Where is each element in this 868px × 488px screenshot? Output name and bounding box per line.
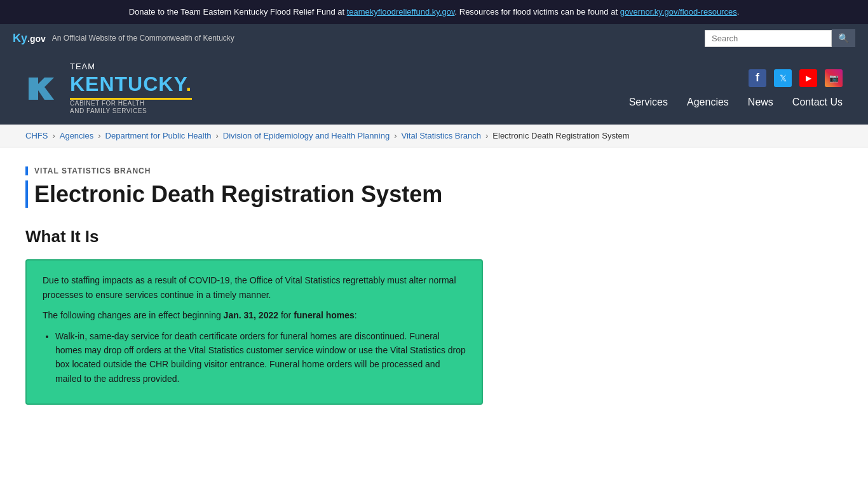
cabinet-line2: AND FAMILY SERVICES (70, 107, 192, 115)
twitter-icon[interactable]: 𝕏 (774, 69, 792, 87)
breadcrumb-division[interactable]: Division of Epidemiology and Health Plan… (223, 131, 390, 140)
breadcrumb-vsb[interactable]: Vital Statistics Branch (402, 131, 481, 140)
kygov-bar: Ky.gov An Official Website of the Common… (0, 24, 868, 52)
notice-list: Walk-in, same-day service for death cert… (55, 329, 466, 386)
cabinet-line1: CABINET FOR HEALTH (70, 100, 192, 107)
alert-text-middle: . Resources for flood victims can be fou… (455, 7, 620, 17)
breadcrumb-dph[interactable]: Department for Public Health (105, 131, 212, 140)
alert-text-before: Donate to the Team Eastern Kentucky Floo… (129, 7, 347, 17)
breadcrumb: CHFS › Agencies › Department for Public … (0, 125, 868, 147)
notice-p2-entity: funeral homes (294, 310, 355, 320)
breadcrumb-current: Electronic Death Registration System (492, 131, 629, 140)
notice-p2-date: Jan. 31, 2022 (224, 310, 278, 320)
page-content: VITAL STATISTICS BRANCH Electronic Death… (0, 147, 572, 424)
social-icons: f 𝕏 ▶ 📷 (749, 69, 843, 87)
official-text: An Official Website of the Commonwealth … (52, 34, 234, 43)
site-header: TEAM KENTUCKY. CABINET FOR HEALTH AND FA… (0, 52, 868, 125)
breadcrumb-sep4: › (394, 131, 397, 140)
kentucky-text: KENTUCKY. (70, 72, 192, 96)
team-text: TEAM (70, 62, 192, 72)
breadcrumb-sep1: › (52, 131, 55, 140)
youtube-icon[interactable]: ▶ (799, 69, 817, 87)
alert-link2[interactable]: governor.ky.gov/flood-resources (620, 7, 737, 17)
logo-text: TEAM KENTUCKY. CABINET FOR HEALTH AND FA… (70, 62, 192, 115)
instagram-icon[interactable]: 📷 (825, 69, 843, 87)
page-title: Electronic Death Registration System (25, 180, 546, 208)
main-nav: Services Agencies News Contact Us (629, 97, 843, 108)
gov-text: .gov (27, 34, 46, 44)
notice-box: Due to staffing impacts as a result of C… (25, 259, 483, 405)
ky-text: Ky (13, 32, 27, 44)
search-bar: 🔍 (705, 29, 855, 47)
kygov-logo[interactable]: Ky.gov (13, 32, 46, 45)
search-input[interactable] (705, 30, 832, 47)
alert-link1[interactable]: teamekyfloodrelieffund.ky.gov (347, 7, 455, 17)
breadcrumb-sep5: › (485, 131, 488, 140)
notice-p2-middle: for (278, 310, 294, 320)
nav-services[interactable]: Services (629, 97, 668, 108)
facebook-icon[interactable]: f (749, 69, 766, 87)
kygov-bar-left: Ky.gov An Official Website of the Common… (13, 32, 234, 45)
nav-agencies[interactable]: Agencies (687, 97, 729, 108)
logo-area: TEAM KENTUCKY. CABINET FOR HEALTH AND FA… (25, 62, 192, 115)
notice-bullet1: Walk-in, same-day service for death cert… (55, 329, 466, 386)
alert-banner: Donate to the Team Eastern Kentucky Floo… (0, 0, 868, 24)
header-right: f 𝕏 ▶ 📷 Services Agencies News Contact U… (629, 69, 843, 108)
section-label: VITAL STATISTICS BRANCH (25, 166, 546, 175)
notice-paragraph1: Due to staffing impacts as a result of C… (43, 273, 466, 302)
breadcrumb-agencies[interactable]: Agencies (60, 131, 93, 140)
kentucky-period: . (186, 72, 192, 95)
alert-text-end: . (737, 7, 740, 17)
notice-paragraph2: The following changes are in effect begi… (43, 308, 466, 322)
breadcrumb-chfs[interactable]: CHFS (25, 131, 48, 140)
nav-contact-us[interactable]: Contact Us (792, 97, 843, 108)
search-button[interactable]: 🔍 (832, 29, 855, 47)
logo-ky-svg (25, 71, 64, 106)
notice-p2-before: The following changes are in effect begi… (43, 310, 224, 320)
notice-p2-end: : (355, 310, 357, 320)
kentucky-word: KENTUCKY (70, 72, 186, 95)
breadcrumb-sep3: › (215, 131, 218, 140)
nav-news[interactable]: News (748, 97, 773, 108)
what-it-is-heading: What It Is (25, 227, 546, 247)
breadcrumb-sep2: › (98, 131, 100, 140)
